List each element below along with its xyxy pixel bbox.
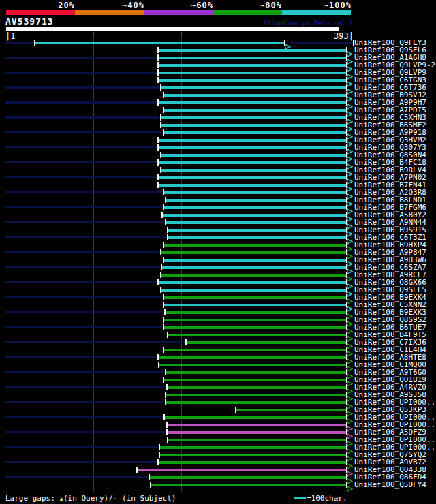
scale-legend-label: =100char. xyxy=(307,494,347,503)
gap-line xyxy=(5,371,164,373)
gap-line xyxy=(5,221,164,223)
identity-segment-orange xyxy=(75,10,144,15)
ruler-tick xyxy=(93,32,94,38)
gap-line xyxy=(5,446,158,448)
alignment-bar xyxy=(159,49,346,52)
alignment-bar xyxy=(159,79,346,82)
alignment-bar xyxy=(166,199,346,202)
alignment-bar xyxy=(164,326,346,329)
alignment-bar xyxy=(160,454,346,456)
alignment-bar xyxy=(168,334,346,336)
gap-legend-mid: (in Query)/ xyxy=(63,494,113,503)
alignment-bar xyxy=(161,274,346,277)
alignment-bar xyxy=(166,221,346,224)
hit-label[interactable]: UniRef100_Q5DFY4 xyxy=(354,482,426,488)
gap-line xyxy=(5,57,157,59)
alignment-bar xyxy=(159,184,346,187)
alignment-bar xyxy=(161,116,346,119)
legend-label-40: ~40% xyxy=(122,1,144,10)
identity-segment-purple xyxy=(144,10,213,15)
alignment-bar xyxy=(168,431,346,434)
alignment-bar xyxy=(166,311,346,314)
alignment-bar xyxy=(187,341,346,344)
alignment-bar xyxy=(35,42,284,44)
gap-line xyxy=(5,311,164,313)
alignment-bar xyxy=(150,476,346,479)
gap-line xyxy=(5,42,33,44)
gap-line xyxy=(5,72,157,74)
scale-legend: =100char. xyxy=(294,494,347,503)
alignment-bar xyxy=(162,266,346,269)
alignment-row[interactable]: UniRef100_Q5DFY4 xyxy=(0,481,436,488)
alignment-bar xyxy=(168,424,346,426)
gap-line xyxy=(5,401,164,403)
alignment-bar xyxy=(164,109,346,112)
gap-line xyxy=(5,131,162,133)
alignment-bar xyxy=(161,124,346,127)
query-title: AV539713 xyxy=(5,16,54,27)
gap-line xyxy=(5,206,162,208)
alignment-bar xyxy=(168,439,346,441)
gap-line xyxy=(5,116,159,119)
alignment-bar xyxy=(159,364,346,366)
gap-line xyxy=(5,146,157,148)
watermark-text: AlignView.pm Beta rel.7 xyxy=(263,19,353,27)
trailing-gap-line xyxy=(291,42,353,44)
legend-label-100: ~100% xyxy=(324,1,352,10)
legend-label-60: ~60% xyxy=(191,1,213,10)
gap-line xyxy=(5,101,157,104)
alignview-page: 20% ~40% ~60% ~80% ~100% AV539713 AlignV… xyxy=(0,0,436,504)
gap-legend-suffix: (in Subject) xyxy=(117,494,176,503)
alignment-bar xyxy=(161,251,346,254)
alignment-bar xyxy=(164,259,346,262)
gap-line xyxy=(5,386,166,388)
alignment-bar xyxy=(164,94,346,97)
gap-line xyxy=(5,296,162,298)
gap-line xyxy=(5,416,163,418)
alignment-bar xyxy=(159,146,346,149)
alignment-bar xyxy=(159,176,346,179)
alignment-bar xyxy=(166,394,346,396)
alignment-bar xyxy=(164,319,346,321)
alignment-bar xyxy=(159,139,346,142)
alignment-bar xyxy=(159,72,346,74)
alignment-bar xyxy=(159,281,346,284)
alignment-bar xyxy=(168,236,346,239)
alignment-bar xyxy=(159,161,346,164)
alignment-bar xyxy=(166,401,346,404)
alignment-bar xyxy=(159,101,346,104)
legend-label-80: ~80% xyxy=(260,1,282,10)
alignment-bar xyxy=(159,356,346,359)
gap-line xyxy=(5,341,185,343)
gap-line xyxy=(5,86,159,89)
alignment-bar xyxy=(161,154,346,157)
arrow-icon xyxy=(347,482,353,494)
identity-segment-red xyxy=(6,10,75,15)
alignment-bar xyxy=(164,379,346,381)
gap-line xyxy=(5,236,166,238)
alignment-bar xyxy=(164,304,346,306)
legend-label-20: 20% xyxy=(58,1,75,10)
alignment-bar xyxy=(164,191,346,194)
identity-segment-cyan xyxy=(282,10,351,15)
alignment-bar xyxy=(161,86,346,89)
alignment-bar xyxy=(164,206,346,209)
gap-line xyxy=(5,431,166,433)
alignment-bar xyxy=(161,169,346,172)
gap-line xyxy=(5,251,159,253)
alignment-bar xyxy=(168,386,346,389)
gap-line xyxy=(5,281,157,283)
alignment-bar xyxy=(163,214,346,217)
ruler-tick xyxy=(181,32,182,38)
alignment-bar xyxy=(164,349,346,351)
alignment-bar xyxy=(166,371,346,374)
alignment-bar xyxy=(159,57,346,59)
gap-legend-prefix: Large gaps: xyxy=(5,494,59,503)
gap-line xyxy=(5,461,157,463)
query-ruler-bar xyxy=(6,27,339,31)
alignment-bar xyxy=(236,409,346,411)
identity-segment-green xyxy=(213,10,282,15)
alignment-bar xyxy=(161,289,346,292)
alignment-bar xyxy=(159,64,346,67)
alignment-bar xyxy=(151,484,346,486)
